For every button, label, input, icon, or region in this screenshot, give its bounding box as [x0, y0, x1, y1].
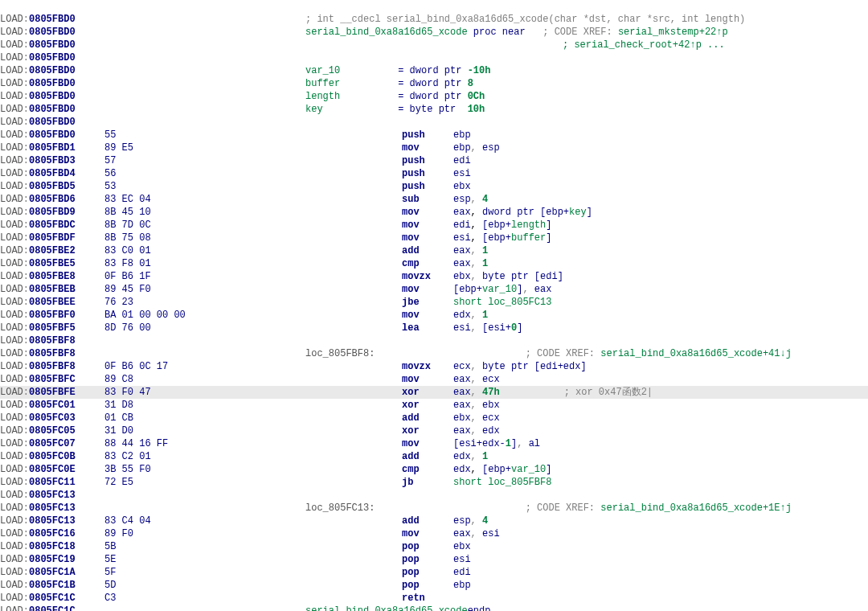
address[interactable]: LOAD:0805FBD1	[0, 141, 104, 154]
address[interactable]: LOAD:0805FBFC	[0, 373, 104, 386]
disasm-line[interactable]: LOAD:0805FC1383 C4 04 add esp, 4	[0, 515, 868, 527]
disasm-line[interactable]: LOAD:0805FBE80F B6 1F movzx ebx, byte pt…	[0, 270, 868, 283]
address[interactable]: LOAD:0805FC0B	[0, 450, 104, 463]
code-xref[interactable]: ; CODE XREF:	[526, 347, 601, 360]
disasm-line[interactable]: LOAD:0805FC1Cserial_bind_0xa8a16d65_xcod…	[0, 605, 868, 611]
address[interactable]: LOAD:0805FBD0	[0, 103, 104, 116]
address[interactable]: LOAD:0805FC07	[0, 437, 104, 450]
address[interactable]: LOAD:0805FC18	[0, 540, 104, 553]
disasm-line[interactable]: LOAD:0805FC0531 D0 xor eax, edx	[0, 424, 868, 437]
disasm-line[interactable]: LOAD:0805FBD0length = dword ptr 0Ch	[0, 90, 868, 103]
code-label[interactable]: loc_805FBF8:	[305, 347, 526, 360]
address[interactable]: LOAD:0805FBD6	[0, 193, 104, 206]
address[interactable]: LOAD:0805FBD0	[0, 26, 104, 39]
disasm-line[interactable]: LOAD:0805FC0131 D8 xor eax, ebx	[0, 399, 868, 412]
disasm-line[interactable]: LOAD:0805FC1B5D pop ebp	[0, 579, 868, 592]
disasm-line[interactable]: LOAD:0805FBFC89 C8 mov eax, ecx	[0, 373, 868, 386]
address[interactable]: LOAD:0805FC11	[0, 476, 104, 489]
disasm-line[interactable]: LOAD:0805FBF8loc_805FBF8: ; CODE XREF: s…	[0, 347, 868, 360]
address[interactable]: LOAD:0805FBDC	[0, 219, 104, 232]
disasm-line[interactable]: LOAD:0805FC1689 F0 mov eax, esi	[0, 527, 868, 540]
address[interactable]: LOAD:0805FBE2	[0, 244, 104, 257]
address[interactable]: LOAD:0805FBF5	[0, 322, 104, 334]
disasm-line[interactable]: LOAD:0805FBD055 push ebp	[0, 129, 868, 141]
address[interactable]: LOAD:0805FBE8	[0, 270, 104, 283]
address[interactable]: LOAD:0805FC13	[0, 489, 104, 502]
disasm-line[interactable]: LOAD:0805FBD189 E5 mov ebp, esp	[0, 141, 868, 154]
disasm-line[interactable]: LOAD:0805FBD683 EC 04 sub esp, 4	[0, 193, 868, 206]
stack-var[interactable]: var_10	[305, 64, 398, 77]
address[interactable]: LOAD:0805FBD0	[0, 13, 104, 26]
code-xref[interactable]: ; CODE XREF:	[526, 502, 601, 515]
stack-var[interactable]: length	[305, 90, 398, 103]
disasm-line[interactable]: LOAD:0805FBD0buffer = dword ptr 8	[0, 77, 868, 90]
stack-var[interactable]: buffer	[305, 77, 398, 90]
address[interactable]: LOAD:0805FBD5	[0, 180, 104, 193]
disasm-line[interactable]: LOAD:0805FBD456 push esi	[0, 167, 868, 180]
address[interactable]: LOAD:0805FBD4	[0, 167, 104, 180]
disasm-line[interactable]: LOAD:0805FBD0; serial_check_root+42↑p ..…	[0, 39, 868, 51]
address[interactable]: LOAD:0805FBD0	[0, 129, 104, 141]
address[interactable]: LOAD:0805FC13	[0, 502, 104, 515]
disasm-line[interactable]: LOAD:0805FBF0BA 01 00 00 00 mov edx, 1	[0, 309, 868, 322]
disasm-line[interactable]: LOAD:0805FBD0key = byte ptr 10h	[0, 103, 868, 116]
address[interactable]: LOAD:0805FC1B	[0, 579, 104, 592]
address[interactable]: LOAD:0805FBF8	[0, 347, 104, 360]
disasm-line[interactable]: LOAD:0805FBDC8B 7D 0C mov edi, [ebp+leng…	[0, 219, 868, 232]
disasm-line[interactable]: LOAD:0805FBD553 push ebx	[0, 180, 868, 193]
disasm-line[interactable]: LOAD:0805FC1CC3 retn	[0, 592, 868, 605]
address[interactable]: LOAD:0805FBD0	[0, 116, 104, 129]
address[interactable]: LOAD:0805FC03	[0, 412, 104, 424]
address[interactable]: LOAD:0805FBEB	[0, 283, 104, 296]
disasm-line[interactable]: LOAD:0805FBEB89 45 F0 mov [ebp+var_10], …	[0, 283, 868, 296]
address[interactable]: LOAD:0805FC1C	[0, 592, 104, 605]
address[interactable]: LOAD:0805FBD0	[0, 77, 104, 90]
address[interactable]: LOAD:0805FC1C	[0, 605, 104, 611]
disasm-line[interactable]: LOAD:0805FC0301 CB add ebx, ecx	[0, 412, 868, 424]
disasm-line[interactable]: LOAD:0805FC0B83 C2 01 add edx, 1	[0, 450, 868, 463]
disasm-line[interactable]: LOAD:0805FBDF8B 75 08 mov esi, [ebp+buff…	[0, 232, 868, 244]
disasm-line[interactable]: LOAD:0805FBEE76 23 jbe short loc_805FC13	[0, 296, 868, 309]
disasm-line[interactable]: LOAD:0805FC195E pop esi	[0, 553, 868, 566]
address[interactable]: LOAD:0805FBD9	[0, 206, 104, 219]
disasm-line[interactable]: LOAD:0805FBF8	[0, 334, 868, 347]
address[interactable]: LOAD:0805FC05	[0, 424, 104, 437]
address[interactable]: LOAD:0805FC0E	[0, 463, 104, 476]
disasm-line[interactable]: LOAD:0805FBD0	[0, 116, 868, 129]
disasm-line[interactable]: LOAD:0805FC13	[0, 489, 868, 502]
address[interactable]: LOAD:0805FC19	[0, 553, 104, 566]
address[interactable]: LOAD:0805FBD0	[0, 64, 104, 77]
address[interactable]: LOAD:0805FBD0	[0, 39, 104, 51]
stack-var[interactable]: key	[305, 103, 398, 116]
address[interactable]: LOAD:0805FBD0	[0, 90, 104, 103]
address[interactable]: LOAD:0805FBEE	[0, 296, 104, 309]
address[interactable]: LOAD:0805FBFE	[0, 386, 104, 399]
disasm-line[interactable]: LOAD:0805FC1A5F pop edi	[0, 566, 868, 579]
address[interactable]: LOAD:0805FC1A	[0, 566, 104, 579]
address[interactable]: LOAD:0805FBD3	[0, 154, 104, 167]
disasm-line[interactable]: LOAD:0805FBFE83 F0 47 xor eax, 47h; xor …	[0, 386, 868, 399]
disasm-line[interactable]: LOAD:0805FBF58D 76 00 lea esi, [esi+0]	[0, 322, 868, 334]
code-xref[interactable]: ; serial_check_root+42↑p ...	[563, 39, 725, 51]
disasm-line[interactable]: LOAD:0805FBD0	[0, 51, 868, 64]
address[interactable]: LOAD:0805FBE5	[0, 257, 104, 270]
address[interactable]: LOAD:0805FBD0	[0, 51, 104, 64]
address[interactable]: LOAD:0805FBF0	[0, 309, 104, 322]
address[interactable]: LOAD:0805FBF8	[0, 334, 104, 347]
disasm-line[interactable]: LOAD:0805FC13loc_805FC13: ; CODE XREF: s…	[0, 502, 868, 515]
disasm-line[interactable]: LOAD:0805FBF80F B6 0C 17 movzx ecx, byte…	[0, 360, 868, 373]
disasm-line[interactable]: LOAD:0805FBD0; int __cdecl serial_bind_0…	[0, 13, 868, 26]
disasm-line[interactable]: LOAD:0805FBD0serial_bind_0xa8a16d65_xcod…	[0, 26, 868, 39]
disasm-line[interactable]: LOAD:0805FC0E3B 55 F0 cmp edx, [ebp+var_…	[0, 463, 868, 476]
disasm-line[interactable]: LOAD:0805FC185B pop ebx	[0, 540, 868, 553]
inline-comment[interactable]: ; xor 0x47函数2	[564, 386, 647, 399]
code-label[interactable]: loc_805FC13:	[305, 502, 526, 515]
address[interactable]: LOAD:0805FC16	[0, 527, 104, 540]
disasm-line[interactable]: LOAD:0805FC0788 44 16 FF mov [esi+edx-1]…	[0, 437, 868, 450]
address[interactable]: LOAD:0805FBDF	[0, 232, 104, 244]
disasm-line[interactable]: LOAD:0805FBE283 C0 01 add eax, 1	[0, 244, 868, 257]
disasm-line[interactable]: LOAD:0805FBD357 push edi	[0, 154, 868, 167]
disasm-line[interactable]: LOAD:0805FBD98B 45 10 mov eax, dword ptr…	[0, 206, 868, 219]
address[interactable]: LOAD:0805FBF8	[0, 360, 104, 373]
address[interactable]: LOAD:0805FC01	[0, 399, 104, 412]
